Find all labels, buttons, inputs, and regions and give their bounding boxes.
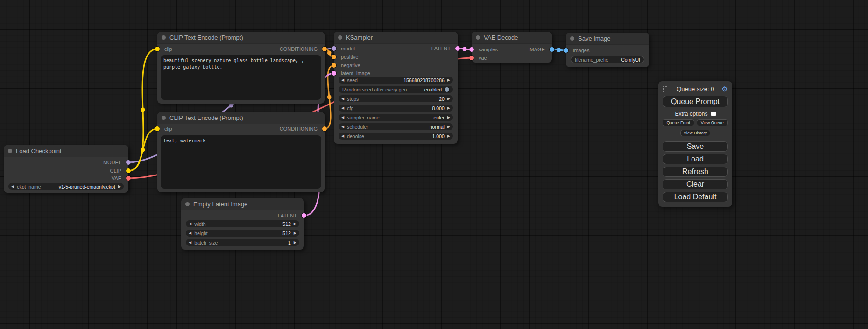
load-default-button[interactable]: Load Default (663, 192, 728, 202)
widget-steps[interactable]: ◀ steps 20 ▶ (339, 95, 453, 102)
save-button[interactable]: Save (663, 141, 728, 152)
combo-left-arrow-icon[interactable]: ◀ (8, 183, 17, 190)
widget-ckpt-name[interactable]: ◀ ckpt_name v1-5-pruned-emaonly.ckpt ▶ (8, 183, 124, 190)
node-vae-decode[interactable]: VAE Decode samples vae IMAGE (472, 32, 552, 63)
decrement-arrow-icon[interactable]: ◀ (339, 77, 347, 84)
decrement-arrow-icon[interactable]: ◀ (186, 220, 194, 227)
increment-arrow-icon[interactable]: ▶ (445, 77, 453, 84)
slot-label: vae (479, 55, 487, 61)
image-output-dot[interactable] (550, 47, 554, 52)
queue-size-label: Queue size: 0 (669, 85, 722, 92)
widget-width[interactable]: ◀ width 512 ▶ (186, 220, 299, 227)
widget-sampler-name[interactable]: ◀ sampler_name euler ▶ (339, 114, 453, 121)
combo-right-arrow-icon[interactable]: ▶ (115, 183, 124, 190)
view-history-button[interactable]: View History (680, 130, 710, 136)
samples-input-dot[interactable] (469, 47, 474, 52)
vae-output-dot[interactable] (126, 176, 131, 181)
combo-left-arrow-icon[interactable]: ◀ (339, 123, 347, 130)
model-output-dot[interactable] (126, 160, 131, 165)
widget-filename-prefix[interactable]: filename_prefix ComfyUI (571, 56, 644, 63)
collapse-toggle-icon[interactable] (162, 116, 166, 120)
combo-right-arrow-icon[interactable]: ▶ (445, 114, 453, 121)
decrement-arrow-icon[interactable]: ◀ (339, 133, 347, 140)
widget-label: filename_prefix (575, 57, 608, 63)
conditioning-output-dot[interactable] (322, 126, 327, 131)
node-clip-text-encode-positive[interactable]: CLIP Text Encode (Prompt) clip CONDITION… (157, 32, 325, 104)
collapse-toggle-icon[interactable] (8, 149, 12, 153)
conditioning-output-dot[interactable] (322, 47, 327, 51)
widget-random-seed-toggle[interactable]: Random seed after every gen enabled (339, 86, 453, 93)
collapse-toggle-icon[interactable] (162, 35, 166, 40)
node-graph-canvas[interactable]: Load Checkpoint MODEL CLIP VAE ◀ ckpt_na… (0, 0, 868, 329)
slot-label: images (573, 48, 589, 53)
node-titlebar[interactable]: Empty Latent Image (181, 198, 304, 210)
node-empty-latent-image[interactable]: Empty Latent Image LATENT ◀ width 512 ▶ … (181, 198, 304, 250)
node-titlebar[interactable]: VAE Decode (472, 32, 552, 44)
increment-arrow-icon[interactable]: ▶ (445, 105, 453, 112)
model-input-dot[interactable] (332, 46, 336, 51)
drag-handle-icon[interactable] (663, 85, 667, 92)
slot-label: CONDITIONING (280, 46, 318, 52)
load-button[interactable]: Load (663, 154, 728, 164)
node-save-image[interactable]: Save Image images filename_prefix ComfyU… (566, 33, 649, 67)
input-slot-latent-image: latent_image (334, 70, 370, 76)
clip-input-dot[interactable] (155, 126, 160, 131)
latent-image-input-dot[interactable] (332, 71, 336, 76)
positive-input-dot[interactable] (332, 55, 336, 59)
settings-gear-icon[interactable]: ⚙ (722, 85, 728, 92)
latent-output-dot[interactable] (455, 46, 460, 51)
view-queue-button[interactable]: View Queue (697, 119, 728, 126)
wire-midpoint-dot (557, 48, 561, 52)
widget-batch-size[interactable]: ◀ batch_size 1 ▶ (186, 239, 299, 246)
combo-left-arrow-icon[interactable]: ◀ (339, 114, 347, 121)
widget-scheduler[interactable]: ◀ scheduler normal ▶ (339, 123, 453, 130)
images-input-dot[interactable] (564, 48, 568, 53)
node-title-text: VAE Decode (484, 34, 518, 41)
vae-input-dot[interactable] (469, 56, 474, 60)
input-slot-vae: vae (472, 55, 487, 61)
slot-label: LATENT (278, 213, 297, 218)
collapse-toggle-icon[interactable] (476, 35, 480, 40)
node-titlebar[interactable]: CLIP Text Encode (Prompt) (157, 112, 325, 124)
collapse-toggle-icon[interactable] (338, 35, 342, 40)
increment-arrow-icon[interactable]: ▶ (291, 230, 299, 237)
increment-arrow-icon[interactable]: ▶ (445, 95, 453, 102)
clip-input-dot[interactable] (155, 47, 160, 51)
decrement-arrow-icon[interactable]: ◀ (186, 230, 194, 237)
node-titlebar[interactable]: CLIP Text Encode (Prompt) (157, 32, 325, 44)
widget-label: cfg (347, 105, 353, 111)
slot-label: model (341, 46, 355, 51)
queue-prompt-button[interactable]: Queue Prompt (663, 96, 728, 107)
node-titlebar[interactable]: Save Image (566, 33, 649, 45)
node-ksampler[interactable]: KSampler model positive negative latent_… (334, 32, 458, 144)
widget-denoise[interactable]: ◀ denoise 1.000 ▶ (339, 133, 453, 140)
positive-prompt-textarea[interactable]: beautiful scenery nature glass bottle la… (161, 55, 321, 100)
queue-front-button[interactable]: Queue Front (663, 119, 694, 126)
combo-right-arrow-icon[interactable]: ▶ (445, 123, 453, 130)
collapse-toggle-icon[interactable] (570, 36, 574, 41)
input-slot-positive: positive (334, 54, 358, 60)
node-titlebar[interactable]: Load Checkpoint (4, 145, 128, 157)
clip-output-dot[interactable] (126, 168, 131, 173)
toggle-knob-icon[interactable] (445, 87, 449, 92)
node-clip-text-encode-negative[interactable]: CLIP Text Encode (Prompt) clip CONDITION… (157, 112, 325, 192)
increment-arrow-icon[interactable]: ▶ (445, 133, 453, 140)
decrement-arrow-icon[interactable]: ◀ (339, 105, 347, 112)
increment-arrow-icon[interactable]: ▶ (291, 239, 299, 246)
wire-clip-to-negative-encode (128, 129, 157, 171)
clear-button[interactable]: Clear (663, 179, 728, 189)
collapse-toggle-icon[interactable] (185, 202, 190, 206)
extra-options-checkbox[interactable] (711, 112, 716, 116)
widget-height[interactable]: ◀ height 512 ▶ (186, 230, 299, 237)
increment-arrow-icon[interactable]: ▶ (291, 220, 299, 227)
refresh-button[interactable]: Refresh (663, 167, 728, 177)
widget-cfg[interactable]: ◀ cfg 8.000 ▶ (339, 105, 453, 112)
decrement-arrow-icon[interactable]: ◀ (186, 239, 194, 246)
negative-input-dot[interactable] (332, 63, 336, 68)
node-load-checkpoint[interactable]: Load Checkpoint MODEL CLIP VAE ◀ ckpt_na… (4, 145, 128, 193)
node-titlebar[interactable]: KSampler (334, 32, 458, 44)
latent-output-dot[interactable] (302, 213, 306, 218)
decrement-arrow-icon[interactable]: ◀ (339, 95, 347, 102)
widget-seed[interactable]: ◀ seed 156680208700286 ▶ (339, 77, 453, 84)
negative-prompt-textarea[interactable]: text, watermark (161, 135, 321, 189)
